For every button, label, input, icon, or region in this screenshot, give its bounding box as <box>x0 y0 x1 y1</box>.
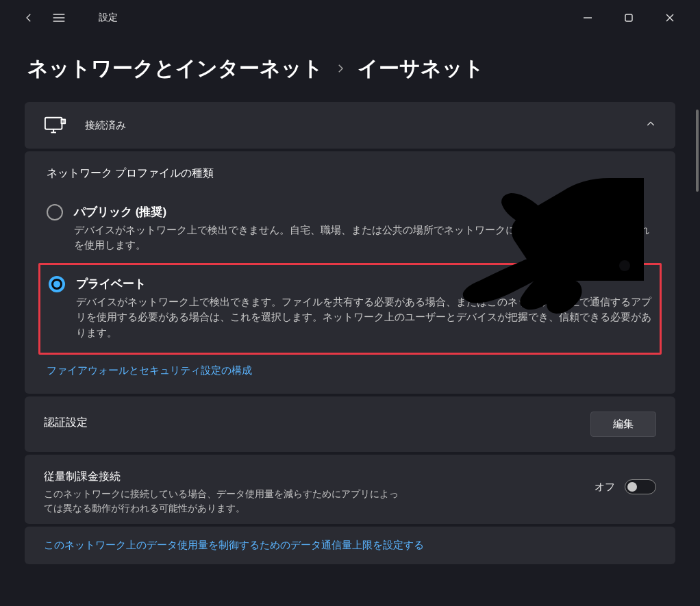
maximize-icon[interactable] <box>618 7 640 29</box>
menu-icon[interactable] <box>52 11 66 25</box>
auth-row: 認証設定 編集 <box>25 396 675 452</box>
connection-card[interactable]: 接続済み <box>25 102 675 149</box>
metered-toggle[interactable] <box>625 479 656 494</box>
toggle-state-label: オフ <box>595 481 615 494</box>
titlebar: 設定 <box>0 0 700 36</box>
radio-private-indicator <box>49 276 65 292</box>
profile-heading: ネットワーク プロファイルの種類 <box>44 166 656 181</box>
metered-title: 従量制課金接続 <box>44 470 584 484</box>
svg-rect-7 <box>45 118 62 129</box>
radio-private-label: プライベート <box>76 276 651 292</box>
breadcrumb-current: イーサネット <box>358 55 484 83</box>
svg-rect-11 <box>62 121 62 123</box>
close-icon[interactable] <box>659 7 681 29</box>
ethernet-monitor-icon <box>44 116 66 135</box>
radio-public-desc: デバイスがネットワーク上で検出できません。自宅、職場、または公共の場所でネットワ… <box>74 223 653 253</box>
scrollbar-thumb[interactable] <box>696 110 699 192</box>
connection-status: 接続済み <box>85 119 126 132</box>
breadcrumb: ネットワークとインターネット イーサネット <box>0 36 700 102</box>
breadcrumb-parent[interactable]: ネットワークとインターネット <box>27 55 323 83</box>
back-icon[interactable] <box>22 11 36 25</box>
metered-row: 従量制課金接続 このネットワークに接続している場合、データ使用量を減らすためにア… <box>25 455 675 524</box>
data-limit-row: このネットワーク上のデータ使用量を制御するためのデータ通信量上限を設定する <box>25 527 675 564</box>
app-title: 設定 <box>99 12 118 24</box>
edit-button[interactable]: 編集 <box>590 412 656 437</box>
svg-rect-10 <box>61 119 66 125</box>
radio-public-label: パブリック (推奨) <box>74 204 653 220</box>
minimize-icon[interactable] <box>577 7 599 29</box>
radio-private-desc: デバイスがネットワーク上で検出できます。ファイルを共有する必要がある場合、または… <box>76 294 651 340</box>
content: 接続済み ネットワーク プロファイルの種類 パブリック (推奨) デバイスがネッ… <box>0 102 700 564</box>
firewall-link[interactable]: ファイアウォールとセキュリティ設定の構成 <box>44 364 252 377</box>
chevron-up-icon <box>645 118 656 132</box>
svg-rect-12 <box>64 121 64 123</box>
radio-private[interactable]: プライベート デバイスがネットワーク上で検出できます。ファイルを共有する必要があ… <box>46 272 654 344</box>
metered-desc: このネットワークに接続している場合、データ使用量を減らすためにアプリによっては異… <box>44 487 400 516</box>
network-profile-section: ネットワーク プロファイルの種類 パブリック (推奨) デバイスがネットワーク上… <box>25 151 675 394</box>
radio-public[interactable]: パブリック (推奨) デバイスがネットワーク上で検出できません。自宅、職場、また… <box>44 200 656 263</box>
window-controls <box>577 7 695 29</box>
svg-rect-4 <box>625 14 632 21</box>
titlebar-left: 設定 <box>5 11 118 25</box>
chevron-right-icon <box>334 60 347 79</box>
radio-public-indicator <box>47 204 63 220</box>
annotation-highlight: プライベート デバイスがネットワーク上で検出できます。ファイルを共有する必要があ… <box>38 263 662 355</box>
metered-toggle-wrap: オフ <box>595 479 656 494</box>
data-limit-link[interactable]: このネットワーク上のデータ使用量を制御するためのデータ通信量上限を設定する <box>44 539 424 552</box>
auth-title: 認証設定 <box>44 416 579 430</box>
